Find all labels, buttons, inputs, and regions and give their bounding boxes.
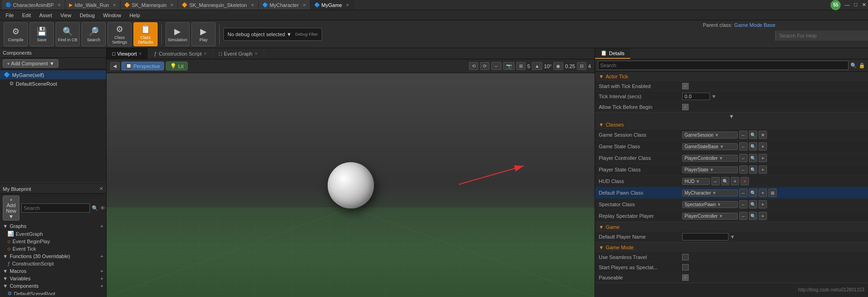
- default-pawn-add-icon[interactable]: +: [759, 189, 767, 197]
- vp-grid-btn[interactable]: ⊞: [516, 62, 526, 70]
- tab-close-icon[interactable]: ✕: [303, 3, 306, 7]
- tab-idle-walk[interactable]: ▶Idle_Walk_Run✕: [65, 0, 120, 10]
- details-lock-icon[interactable]: 🔒: [859, 63, 865, 69]
- tab-construction-script[interactable]: ƒ Construction Script ✕: [148, 48, 213, 59]
- hud-class-dropdown[interactable]: HUD ▼: [682, 178, 710, 185]
- close-icon[interactable]: ✕: [862, 2, 866, 8]
- search-button[interactable]: 🔎 Search: [82, 22, 106, 46]
- default-pawn-dropdown[interactable]: MyCharacter ▼: [682, 190, 738, 196]
- seamless-travel-checkbox[interactable]: [682, 254, 689, 260]
- game-state-dropdown[interactable]: GameStateBase ▼: [682, 143, 738, 150]
- tick-interval-input[interactable]: [682, 93, 710, 100]
- game-state-back-icon[interactable]: ←: [739, 142, 748, 151]
- hud-class-search-icon[interactable]: 🔍: [721, 177, 729, 185]
- start-tick-checkbox[interactable]: ✓: [682, 83, 689, 89]
- hud-class-clear-icon[interactable]: ✕: [741, 177, 749, 185]
- pauseable-checkbox[interactable]: ✓: [682, 274, 689, 281]
- default-pawn-extra-icon[interactable]: ⊞: [768, 189, 777, 197]
- blueprint-close-icon[interactable]: ✕: [99, 186, 103, 192]
- tab-sk-mannequin[interactable]: 🔶SK_Mannequin✕: [120, 0, 178, 10]
- bp-add-new-button[interactable]: + Add New ▼: [3, 196, 19, 221]
- tab-viewport[interactable]: □ Viewport ✕: [107, 48, 148, 59]
- section-header-functions[interactable]: ▼ Functions (30 Overridable) +: [0, 253, 106, 260]
- replay-spectator-dropdown[interactable]: PlayerController ▼: [682, 213, 738, 220]
- spectator-class-search-icon[interactable]: 🔍: [749, 200, 757, 209]
- vp-split-btn[interactable]: ⊟: [577, 62, 586, 70]
- bp-item-eventgraph[interactable]: 📊 EventGraph: [0, 230, 106, 238]
- vp-move-tool[interactable]: ⟲: [469, 62, 478, 70]
- hud-class-back-icon[interactable]: ←: [711, 177, 720, 185]
- game-session-back-icon[interactable]: ←: [739, 131, 748, 139]
- game-session-clear-icon[interactable]: ✕: [759, 131, 767, 139]
- tab-close-icon[interactable]: ✕: [57, 3, 61, 7]
- player-controller-back-icon[interactable]: ←: [739, 154, 748, 162]
- expand-row[interactable]: ▼: [595, 113, 868, 120]
- vp-snap-btn[interactable]: ◉: [553, 62, 563, 70]
- component-item-mygame[interactable]: 🔷 MyGame(self): [0, 70, 106, 79]
- save-button[interactable]: 💾 Save: [30, 22, 54, 46]
- section-header-graphs[interactable]: ▼ Graphs +: [0, 222, 106, 230]
- player-state-back-icon[interactable]: ←: [739, 165, 748, 174]
- functions-add-icon[interactable]: +: [101, 253, 103, 259]
- default-player-name-input[interactable]: [682, 233, 729, 240]
- bp-item-defaultsceneroot[interactable]: ⚙ DefaultSceneRoot: [0, 290, 106, 295]
- bp-search-input[interactable]: [21, 203, 90, 213]
- bp-item-constructionscript[interactable]: ƒ ConstructionScript: [0, 260, 106, 267]
- vp-angle-btn[interactable]: ▲: [532, 62, 542, 70]
- details-tab[interactable]: 📋 Details: [595, 48, 630, 59]
- tab-event-graph[interactable]: □ Event Graph ✕: [213, 48, 264, 59]
- classes-header[interactable]: ▼ Classes: [595, 120, 868, 129]
- vp-rotate-tool[interactable]: ⟳: [480, 62, 489, 70]
- parent-class-value[interactable]: Game Mode Base: [734, 22, 775, 28]
- game-header[interactable]: ▼ Game: [595, 222, 868, 232]
- search-for-help-input[interactable]: [775, 31, 868, 41]
- variables-add-icon[interactable]: +: [101, 276, 103, 281]
- tick-interval-dropdown-icon[interactable]: ▼: [711, 94, 716, 99]
- replay-spectator-add-icon[interactable]: +: [759, 212, 767, 220]
- vp-scale-tool[interactable]: ↔: [491, 62, 501, 70]
- default-pawn-search-icon[interactable]: 🔍: [749, 189, 757, 197]
- debug-filter[interactable]: No debug object selected ▼ Debug Filter: [223, 28, 322, 41]
- hud-class-add-icon[interactable]: +: [731, 177, 739, 185]
- compile-button[interactable]: ⚙ Compile: [4, 22, 28, 46]
- actor-tick-header[interactable]: ▼ Actor Tick: [595, 72, 868, 81]
- construction-close-icon[interactable]: ✕: [203, 51, 207, 56]
- default-player-name-dropdown-icon[interactable]: ▼: [730, 234, 735, 240]
- default-pawn-back-icon[interactable]: ←: [739, 189, 748, 197]
- spectator-class-add-icon[interactable]: +: [759, 200, 767, 209]
- tab-my-character[interactable]: 🔷MyCharacter✕: [259, 0, 310, 10]
- player-controller-add-icon[interactable]: +: [759, 154, 767, 162]
- replay-spectator-search-icon[interactable]: 🔍: [749, 212, 757, 220]
- viewport-3d[interactable]: [107, 73, 595, 297]
- player-state-add-icon[interactable]: +: [759, 165, 767, 174]
- bp-item-eventtick[interactable]: ◇ Event Tick: [0, 245, 106, 253]
- class-defaults-button[interactable]: 📋 Class Defaults: [133, 22, 158, 46]
- section-header-variables[interactable]: ▼ Variables +: [0, 275, 106, 282]
- game-state-search-icon[interactable]: 🔍: [749, 142, 757, 151]
- class-settings-button[interactable]: ⚙ Class Settings: [108, 22, 132, 46]
- add-component-button[interactable]: + Add Component ▼: [3, 59, 58, 68]
- perspective-button[interactable]: 🔲 Perspective: [121, 62, 164, 70]
- tab-my-game[interactable]: 🔷MyGame✕: [310, 0, 354, 10]
- menu-file[interactable]: File: [2, 12, 18, 19]
- section-header-macros[interactable]: ▼ Macros +: [0, 267, 106, 275]
- menu-edit[interactable]: Edit: [19, 12, 35, 19]
- menu-debug[interactable]: Debug: [76, 12, 98, 19]
- player-controller-dropdown[interactable]: PlayerController ▼: [682, 155, 738, 162]
- spectator-class-back-icon[interactable]: ←: [739, 200, 748, 209]
- game-mode-header[interactable]: ▼ Game Mode: [595, 243, 868, 252]
- graphs-add-icon[interactable]: +: [101, 223, 103, 229]
- game-state-add-icon[interactable]: +: [759, 142, 767, 151]
- tab-close-icon[interactable]: ✕: [113, 3, 116, 7]
- tab-close-icon[interactable]: ✕: [346, 3, 349, 7]
- game-session-dropdown[interactable]: GameSession ▼: [682, 132, 738, 139]
- lit-button[interactable]: 💡 Lit: [166, 62, 188, 70]
- minimize-icon[interactable]: —: [844, 2, 849, 8]
- tab-sk-skeleton[interactable]: 🔶SK_Mannequin_Skeleton✕: [178, 0, 258, 10]
- bp-components-add-icon[interactable]: +: [101, 283, 103, 289]
- tab-close-icon[interactable]: ✕: [251, 3, 254, 7]
- section-header-components[interactable]: ▼ Components +: [0, 282, 106, 290]
- tab-close-icon[interactable]: ✕: [170, 3, 174, 7]
- start-players-checkbox[interactable]: [682, 264, 689, 271]
- menu-asset[interactable]: Asset: [36, 12, 56, 19]
